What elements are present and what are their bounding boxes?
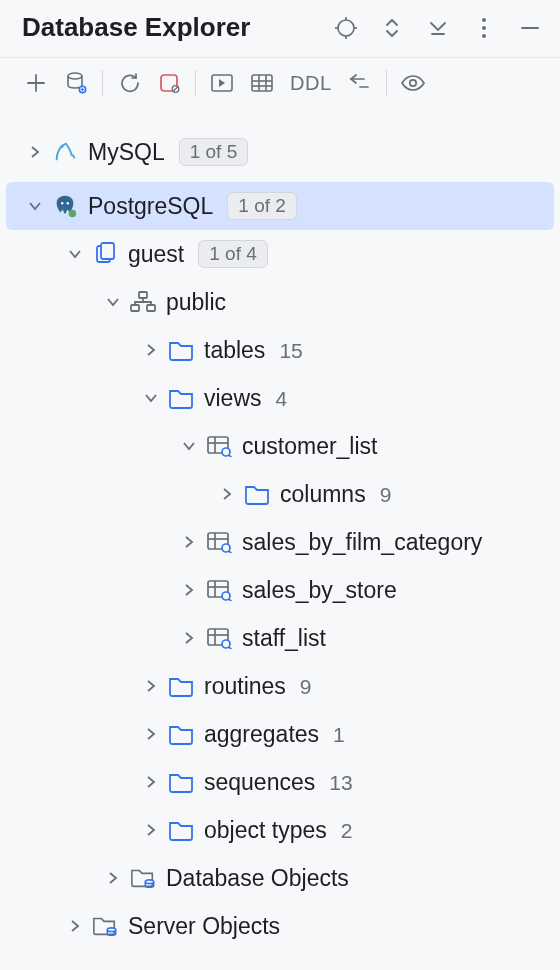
- chevron-down-icon[interactable]: [64, 243, 86, 265]
- chevron-right-icon[interactable]: [178, 531, 200, 553]
- tree-count: 9: [380, 484, 392, 505]
- chevron-down-icon[interactable]: [102, 291, 124, 313]
- tree-label: tables: [204, 339, 265, 362]
- toolbar-separator: [195, 70, 196, 96]
- navigate-button[interactable]: [340, 66, 380, 100]
- tree-label: Database Objects: [166, 867, 349, 890]
- database-explorer-panel: Database Explorer: [0, 0, 560, 970]
- chevron-right-icon[interactable]: [140, 675, 162, 697]
- panel-header: Database Explorer: [0, 0, 560, 57]
- tree-node-mysql[interactable]: MySQL 1 of 5: [6, 128, 554, 176]
- tree-count: 2: [341, 820, 353, 841]
- svg-point-27: [61, 145, 64, 148]
- tree-label: sales_by_film_category: [242, 531, 482, 554]
- tree-label: staff_list: [242, 627, 326, 650]
- svg-rect-34: [131, 305, 139, 311]
- svg-rect-33: [139, 292, 147, 298]
- expand-collapse-icon[interactable]: [380, 16, 404, 40]
- tree-label: PostgreSQL: [88, 195, 213, 218]
- chevron-right-icon[interactable]: [216, 483, 238, 505]
- folder-db-icon: [130, 865, 156, 891]
- tree-node-database-objects[interactable]: Database Objects: [6, 854, 554, 902]
- svg-point-54: [222, 640, 230, 648]
- minimize-icon[interactable]: [518, 16, 542, 40]
- chevron-right-icon[interactable]: [24, 141, 46, 163]
- select-target-icon[interactable]: [334, 16, 358, 40]
- chevron-right-icon[interactable]: [140, 819, 162, 841]
- table-view-button[interactable]: [242, 66, 282, 100]
- tree-node-sales-by-film-category[interactable]: sales_by_film_category: [6, 518, 554, 566]
- tree-label: customer_list: [242, 435, 377, 458]
- tree-node-columns[interactable]: columns 9: [6, 470, 554, 518]
- data-source-properties-button[interactable]: [56, 66, 96, 100]
- svg-marker-18: [219, 79, 225, 87]
- database-icon: [92, 241, 118, 267]
- chevron-right-icon[interactable]: [64, 915, 86, 937]
- toolbar: DDL: [0, 58, 560, 110]
- schema-icon: [130, 289, 156, 315]
- tree-label: views: [204, 387, 262, 410]
- tree-node-server-objects[interactable]: Server Objects: [6, 902, 554, 950]
- svg-line-50: [229, 599, 232, 601]
- ddl-button[interactable]: DDL: [282, 66, 340, 100]
- hide-icon[interactable]: [426, 16, 450, 40]
- chevron-down-icon[interactable]: [24, 195, 46, 217]
- panel-title: Database Explorer: [22, 12, 250, 43]
- tree-label: Server Objects: [128, 915, 280, 938]
- tree-node-aggregates[interactable]: aggregates 1: [6, 710, 554, 758]
- view-icon: [206, 433, 232, 459]
- chevron-right-icon[interactable]: [140, 339, 162, 361]
- svg-point-6: [482, 18, 486, 22]
- jump-to-console-button[interactable]: [202, 66, 242, 100]
- tree-node-views[interactable]: views 4: [6, 374, 554, 422]
- panel-header-actions: [334, 16, 542, 40]
- tree-count: 15: [279, 340, 302, 361]
- tree-node-staff-list[interactable]: staff_list: [6, 614, 554, 662]
- tree-node-postgresql[interactable]: PostgreSQL 1 of 2: [6, 182, 554, 230]
- chevron-right-icon[interactable]: [178, 627, 200, 649]
- tree-node-sequences[interactable]: sequences 13: [6, 758, 554, 806]
- svg-point-56: [145, 880, 153, 884]
- tree-node-tables[interactable]: tables 15: [6, 326, 554, 374]
- svg-point-29: [67, 202, 69, 204]
- chevron-down-icon[interactable]: [140, 387, 162, 409]
- view-options-button[interactable]: [393, 66, 433, 100]
- count-badge: 1 of 2: [227, 192, 297, 220]
- stop-button[interactable]: [149, 66, 189, 100]
- tree-count: 9: [300, 676, 312, 697]
- chevron-right-icon[interactable]: [178, 579, 200, 601]
- view-icon: [206, 529, 232, 555]
- database-tree[interactable]: MySQL 1 of 5 PostgreSQL 1 of 2: [0, 110, 560, 970]
- tree-label: aggregates: [204, 723, 319, 746]
- svg-point-12: [68, 73, 82, 79]
- view-icon: [206, 625, 232, 651]
- tree-label: columns: [280, 483, 366, 506]
- svg-point-49: [222, 592, 230, 600]
- tree-node-guest[interactable]: guest 1 of 4: [6, 230, 554, 278]
- svg-line-40: [229, 455, 232, 457]
- toolbar-separator: [386, 70, 387, 96]
- tree-node-sales-by-store[interactable]: sales_by_store: [6, 566, 554, 614]
- svg-rect-19: [252, 75, 272, 91]
- more-icon[interactable]: [472, 16, 496, 40]
- refresh-button[interactable]: [109, 66, 149, 100]
- tree-node-routines[interactable]: routines 9: [6, 662, 554, 710]
- new-button[interactable]: [16, 66, 56, 100]
- svg-point-28: [61, 202, 63, 204]
- folder-server-icon: [92, 913, 118, 939]
- svg-point-26: [409, 80, 415, 86]
- chevron-down-icon[interactable]: [178, 435, 200, 457]
- chevron-right-icon[interactable]: [140, 723, 162, 745]
- tree-node-customer-list[interactable]: customer_list: [6, 422, 554, 470]
- chevron-right-icon[interactable]: [140, 771, 162, 793]
- folder-icon: [168, 337, 194, 363]
- svg-point-8: [482, 34, 486, 38]
- svg-rect-32: [101, 243, 114, 259]
- tree-node-object-types[interactable]: object types 2: [6, 806, 554, 854]
- chevron-right-icon[interactable]: [102, 867, 124, 889]
- svg-point-44: [222, 544, 230, 552]
- tree-node-public[interactable]: public: [6, 278, 554, 326]
- tree-label: MySQL: [88, 141, 165, 164]
- svg-point-0: [338, 20, 354, 36]
- tree-label: object types: [204, 819, 327, 842]
